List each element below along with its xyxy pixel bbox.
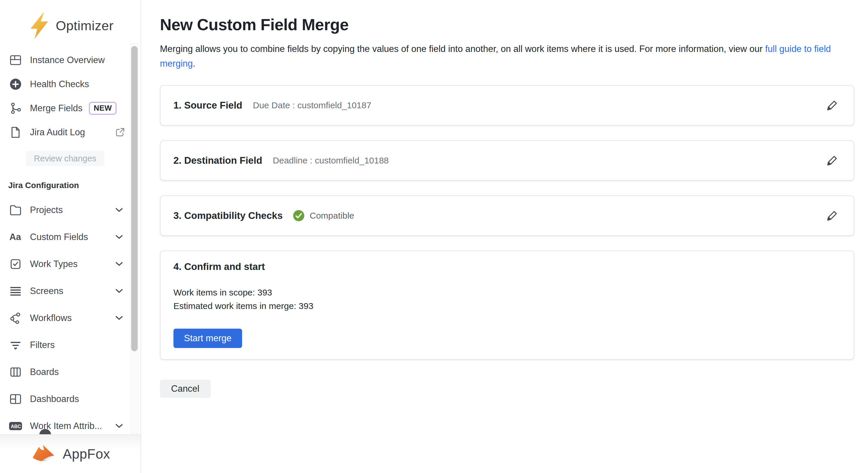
new-badge: NEW — [89, 102, 117, 115]
compatibility-status: Compatible — [292, 210, 354, 222]
chevron-down-icon — [115, 234, 123, 240]
estimated-work-items: Estimated work items in merge: 393 — [174, 299, 841, 313]
sidebar-item-label: Jira Audit Log — [30, 127, 85, 137]
sidebar-item-label: Instance Overview — [30, 55, 105, 65]
sidebar-item-custom-fields[interactable]: Aa Custom Fields — [0, 224, 141, 251]
description-text: Merging allows you to combine fields by … — [160, 44, 765, 54]
sidebar-item-label: Dashboards — [30, 394, 79, 404]
sidebar-scrollbar[interactable] — [130, 43, 138, 434]
chevron-down-icon — [115, 261, 123, 267]
chevron-down-icon — [115, 315, 123, 321]
board-columns-icon — [9, 366, 22, 379]
sidebar-item-screens[interactable]: Screens — [0, 278, 141, 305]
step-title: 3. Compatibility Checks — [174, 210, 283, 221]
sidebar-item-jira-audit-log[interactable]: Jira Audit Log — [0, 120, 141, 145]
sidebar-item-label: Projects — [30, 205, 63, 215]
sidebar-item-instance-overview[interactable]: Instance Overview — [0, 48, 141, 72]
sidebar-footer: AppFox — [0, 434, 141, 473]
sidebar-item-label: Work Item Attrib... — [30, 421, 102, 431]
step-destination-field-card: 2. Destination Field Deadline : customfi… — [160, 140, 854, 181]
lines-icon — [9, 285, 22, 297]
sidebar-item-label: Screens — [30, 286, 63, 296]
step-title: 1. Source Field — [174, 100, 242, 111]
text-fields-icon: Aa — [9, 231, 22, 244]
step-source-field-card: 1. Source Field Due Date : customfield_1… — [160, 85, 854, 126]
health-checks-icon — [9, 78, 22, 91]
review-changes-button[interactable]: Review changes — [26, 151, 104, 166]
sidebar-item-health-checks[interactable]: Health Checks — [0, 72, 141, 96]
sidebar-item-label: Workflows — [30, 313, 71, 323]
pencil-icon — [826, 209, 839, 222]
cancel-button[interactable]: Cancel — [160, 380, 211, 398]
pencil-icon — [826, 154, 839, 167]
sidebar-item-label: Work Types — [30, 259, 78, 270]
pencil-icon — [826, 99, 839, 112]
edit-destination-field-button[interactable] — [824, 152, 841, 169]
sidebar-item-work-types[interactable]: Work Types — [0, 251, 141, 278]
audit-log-icon — [9, 126, 22, 139]
instance-overview-icon — [9, 54, 22, 67]
lightning-bolt-icon — [29, 11, 50, 40]
sidebar-item-label: Boards — [30, 367, 59, 377]
status-text: Compatible — [310, 211, 354, 221]
chevron-down-icon — [115, 208, 123, 213]
start-merge-button[interactable]: Start merge — [174, 328, 242, 348]
app-title: Optimizer — [56, 18, 114, 33]
sidebar: Optimizer Instance Overview Health — [0, 0, 141, 473]
sidebar-item-label: Custom Fields — [30, 232, 88, 242]
appfox-fox-icon — [31, 444, 58, 464]
sidebar-item-label: Merge Fields — [30, 103, 83, 114]
sidebar-nav-top: Instance Overview Health Checks — [0, 48, 141, 145]
dashboard-layout-icon — [9, 392, 22, 406]
main-content: New Custom Field Merge Merging allows yo… — [141, 0, 868, 473]
step-title: 4. Confirm and start — [174, 261, 841, 272]
svg-text:ABC: ABC — [11, 424, 21, 429]
source-field-value: Due Date : customfield_10187 — [253, 100, 372, 110]
merge-fields-icon — [9, 102, 22, 115]
chevron-down-icon — [115, 288, 123, 294]
appfox-brand-text: AppFox — [63, 446, 110, 462]
step-compatibility-card: 3. Compatibility Checks Compatible — [160, 195, 854, 236]
edit-compatibility-button[interactable] — [824, 207, 841, 224]
merge-summary: Work items in scope: 393 Estimated work … — [174, 286, 841, 313]
sidebar-item-workflows[interactable]: Workflows — [0, 305, 141, 332]
workflow-icon — [9, 312, 22, 324]
check-circle-icon — [292, 210, 305, 222]
folder-icon — [9, 203, 22, 217]
sidebar-scrollbar-thumb[interactable] — [131, 46, 137, 351]
merge-steps: 1. Source Field Due Date : customfield_1… — [160, 85, 854, 360]
work-items-in-scope: Work items in scope: 393 — [174, 286, 841, 299]
sidebar-item-projects[interactable]: Projects — [0, 197, 141, 224]
abc-badge-icon: ABC — [9, 419, 22, 433]
edit-source-field-button[interactable] — [824, 97, 841, 114]
sidebar-item-label: Health Checks — [30, 79, 89, 90]
page-title: New Custom Field Merge — [160, 15, 854, 34]
sidebar-nav-config: Projects Aa Custom Fields — [0, 197, 141, 440]
sidebar-section-jira-configuration: Jira Configuration — [8, 181, 141, 190]
filter-icon — [9, 339, 22, 351]
sidebar-item-label: Filters — [30, 340, 55, 350]
sidebar-item-filters[interactable]: Filters — [0, 332, 141, 358]
description-period: . — [193, 58, 195, 69]
destination-field-value: Deadline : customfield_10188 — [273, 156, 389, 165]
sidebar-item-dashboards[interactable]: Dashboards — [0, 385, 141, 413]
step-title: 2. Destination Field — [174, 155, 262, 166]
svg-text:Aa: Aa — [9, 232, 21, 242]
sidebar-item-merge-fields[interactable]: Merge Fields NEW — [0, 96, 141, 120]
step-confirm-card: 4. Confirm and start Work items in scope… — [160, 251, 854, 360]
page-description: Merging allows you to combine fields by … — [160, 42, 854, 71]
chevron-down-icon — [115, 423, 123, 429]
app-logo: Optimizer — [0, 0, 141, 40]
external-link-icon — [115, 127, 125, 137]
checkbox-icon — [9, 258, 22, 271]
sidebar-item-boards[interactable]: Boards — [0, 358, 141, 385]
